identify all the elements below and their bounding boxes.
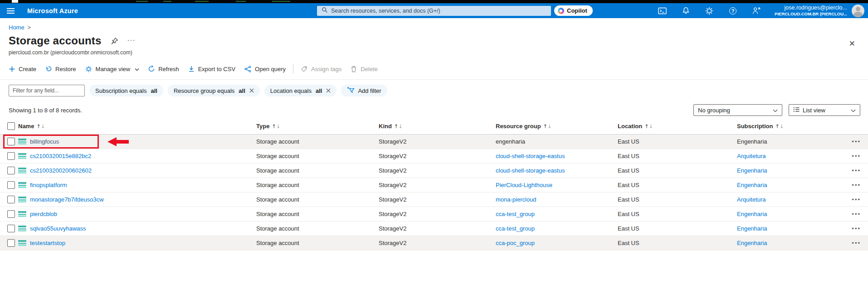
table-row[interactable]: cs21003200200602602 Storage account Stor… xyxy=(0,164,868,178)
col-header-type[interactable]: Type↑↓ xyxy=(256,123,379,130)
avatar[interactable] xyxy=(852,5,864,17)
row-checkbox[interactable] xyxy=(7,225,15,232)
table-row[interactable]: billingfocus Storage account StorageV2 e… xyxy=(0,135,868,149)
table-body: billingfocus Storage account StorageV2 e… xyxy=(0,135,868,250)
copilot-button[interactable]: Copilot xyxy=(554,5,593,16)
row-subscription-link[interactable]: Engenharia xyxy=(737,225,846,232)
row-location: East US xyxy=(618,196,737,203)
row-subscription-link[interactable]: Engenharia xyxy=(737,138,846,145)
pin-icon[interactable] xyxy=(111,37,118,45)
refresh-button[interactable]: Refresh xyxy=(144,66,184,72)
row-more-icon[interactable]: ••• xyxy=(846,225,868,232)
feedback-person-icon[interactable] xyxy=(745,3,768,18)
table-row[interactable]: cs2100320015e882bc2 Storage account Stor… xyxy=(0,149,868,164)
delete-button[interactable]: Delete xyxy=(346,66,382,72)
account-menu[interactable]: jose.rodrigues@pierclo... PIERCLOUD.COM.… xyxy=(775,5,847,16)
row-subscription-link[interactable]: Engenharia xyxy=(737,240,846,246)
row-resource-group-link[interactable]: engenharia xyxy=(496,138,618,145)
filter-pill-resource-group[interactable]: Resource group equalsall xyxy=(168,85,260,96)
row-more-icon[interactable]: ••• xyxy=(846,211,868,217)
table-row[interactable]: testestartstop Storage account StorageV2… xyxy=(0,236,868,250)
row-resource-group-link[interactable]: cloud-shell-storage-eastus xyxy=(496,153,618,159)
add-filter-button[interactable]: Add filter xyxy=(341,85,387,96)
toolbar-divider xyxy=(293,64,293,73)
open-query-button[interactable]: Open query xyxy=(240,66,290,72)
view-dropdown[interactable]: List view xyxy=(789,104,860,116)
remove-filter-icon[interactable] xyxy=(326,88,331,93)
table-row[interactable]: pierdcblob Storage account StorageV2 cca… xyxy=(0,207,868,221)
storage-account-icon xyxy=(18,139,26,144)
row-resource-group-link[interactable]: cloud-shell-storage-eastus xyxy=(496,167,618,174)
row-checkbox[interactable] xyxy=(7,210,15,218)
restore-button[interactable]: Restore xyxy=(41,66,81,72)
select-all-checkbox[interactable] xyxy=(7,122,15,130)
filter-input[interactable] xyxy=(9,85,85,96)
row-name-link[interactable]: pierdcblob xyxy=(30,211,256,217)
row-type: Storage account xyxy=(256,138,379,145)
row-resource-group-link[interactable]: PierCloud-Lighthouse xyxy=(496,182,618,188)
row-name-link[interactable]: cs21003200200602602 xyxy=(30,167,256,174)
table-row[interactable]: finopsplatform Storage account StorageV2… xyxy=(0,178,868,192)
col-header-name[interactable]: Name↑↓ xyxy=(18,123,256,130)
cloud-shell-icon[interactable] xyxy=(650,3,674,18)
row-checkbox[interactable] xyxy=(7,181,15,189)
col-header-location[interactable]: Location↑↓ xyxy=(618,123,737,130)
row-type: Storage account xyxy=(256,225,379,232)
row-checkbox[interactable] xyxy=(7,152,15,160)
storage-account-icon xyxy=(18,226,26,231)
create-button[interactable]: Create xyxy=(5,66,41,72)
row-name-link[interactable]: testestartstop xyxy=(30,240,256,246)
notifications-bell-icon[interactable] xyxy=(674,3,697,18)
row-more-icon[interactable]: ••• xyxy=(846,138,868,145)
row-name-link[interactable]: billingfocus xyxy=(30,138,256,145)
manage-view-button[interactable]: Manage view xyxy=(81,66,144,72)
row-more-icon[interactable]: ••• xyxy=(846,167,868,174)
row-resource-group-link[interactable]: cca-test_group xyxy=(496,225,618,232)
row-name-link[interactable]: cs2100320015e882bc2 xyxy=(30,153,256,159)
export-csv-button[interactable]: Export to CSV xyxy=(184,66,240,72)
row-subscription-link[interactable]: Arquitetura xyxy=(737,153,846,159)
row-subscription-link[interactable]: Arquitetura xyxy=(737,196,846,203)
filter-pill-subscription[interactable]: Subscription equalsall xyxy=(89,85,163,96)
row-subscription-link[interactable]: Engenharia xyxy=(737,211,846,217)
azure-brand-title[interactable]: Microsoft Azure xyxy=(27,7,78,14)
toolbar-bottom-divider xyxy=(0,79,868,80)
search-input[interactable] xyxy=(331,8,546,14)
row-name-link[interactable]: finopsplatform xyxy=(30,182,256,188)
row-more-icon[interactable]: ••• xyxy=(846,196,868,203)
row-name-link[interactable]: sqlvao55uuvyhawass xyxy=(30,225,256,232)
remove-filter-icon[interactable] xyxy=(249,88,254,93)
hamburger-menu-icon[interactable] xyxy=(0,3,21,18)
page-more-icon[interactable]: ··· xyxy=(127,36,136,46)
table-row[interactable]: monastorage7b7ifdeuso3cw Storage account… xyxy=(0,192,868,207)
global-search[interactable] xyxy=(317,6,551,16)
row-checkbox[interactable] xyxy=(7,196,15,203)
filter-pill-location[interactable]: Location equalsall xyxy=(264,85,337,96)
table-row[interactable]: sqlvao55uuvyhawass Storage account Stora… xyxy=(0,221,868,236)
storage-account-icon xyxy=(18,182,26,188)
row-resource-group-link[interactable]: cca-poc_group xyxy=(496,240,618,246)
grouping-dropdown[interactable]: No grouping xyxy=(693,104,782,116)
filter-bar: Subscription equalsall Resource group eq… xyxy=(9,85,868,96)
row-more-icon[interactable]: ••• xyxy=(846,153,868,159)
settings-gear-icon[interactable] xyxy=(697,3,721,18)
row-subscription-link[interactable]: Engenharia xyxy=(737,167,846,174)
row-subscription-link[interactable]: Engenharia xyxy=(737,182,846,188)
row-kind: StorageV2 xyxy=(379,240,496,246)
row-checkbox[interactable] xyxy=(7,239,15,247)
col-header-resource-group[interactable]: Resource group↑↓ xyxy=(496,123,618,130)
row-checkbox[interactable] xyxy=(7,138,15,145)
col-header-kind[interactable]: Kind↑↓ xyxy=(379,123,496,130)
row-checkbox[interactable] xyxy=(7,167,15,174)
row-more-icon[interactable]: ••• xyxy=(846,240,868,246)
assign-tags-button[interactable]: Assign tags xyxy=(296,66,346,72)
row-more-icon[interactable]: ••• xyxy=(846,182,868,188)
help-icon[interactable]: ? xyxy=(721,3,745,18)
close-icon[interactable]: ✕ xyxy=(849,40,855,48)
tag-icon xyxy=(301,66,307,72)
row-resource-group-link[interactable]: mona-piercloud xyxy=(496,196,618,203)
row-resource-group-link[interactable]: cca-test_group xyxy=(496,211,618,217)
breadcrumb-home-link[interactable]: Home xyxy=(9,24,24,31)
row-name-link[interactable]: monastorage7b7ifdeuso3cw xyxy=(30,196,256,203)
col-header-subscription[interactable]: Subscription↑↓ xyxy=(737,123,846,130)
